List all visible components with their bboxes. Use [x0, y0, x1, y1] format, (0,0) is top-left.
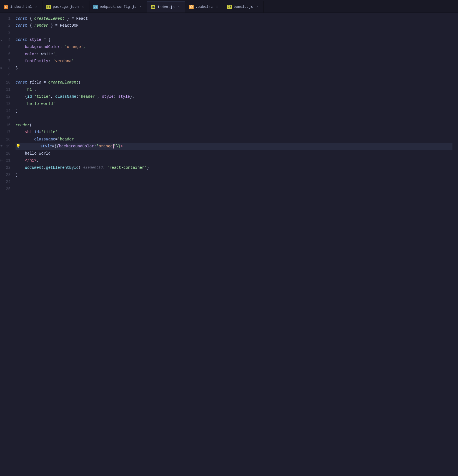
- line-num-8: ▷ 8: [0, 65, 13, 72]
- code-line-1: const { createElement } = React: [16, 15, 452, 22]
- tab-package-json[interactable]: {} package.json ×: [42, 1, 89, 12]
- line-num-5: 5: [0, 43, 13, 51]
- str-react-container: 'react-container': [107, 165, 147, 171]
- code-content[interactable]: const { createElement } = React const { …: [16, 15, 458, 476]
- code-line-18: className='header': [16, 136, 452, 143]
- tab-label-bundle-js: bundle.js: [234, 5, 253, 9]
- tab-webpack-config[interactable]: JS webpack.config.js ×: [89, 1, 147, 12]
- tab-label-index-js: index.js: [157, 5, 174, 9]
- line-num-6: 6: [0, 51, 13, 58]
- tab-bundle-js[interactable]: JS bundle.js ×: [223, 1, 264, 12]
- attr-val-title: 'title': [41, 129, 57, 135]
- line-num-16: 16: [0, 122, 13, 129]
- obj-style: style: [102, 94, 114, 100]
- line-num-10: 10: [0, 79, 13, 86]
- line-num-2: 2: [0, 22, 13, 29]
- code-line-17: <h1 id='title': [16, 129, 452, 136]
- code-line-10: const title = createElement(: [16, 79, 452, 86]
- tab-close-package-json[interactable]: ×: [81, 5, 85, 9]
- line-num-12: 12: [0, 93, 13, 100]
- code-line-9: [16, 72, 452, 79]
- code-line-2: const { render } = ReactDOM: [16, 22, 452, 29]
- attr-style: style: [40, 143, 52, 149]
- str-val-orange: orange: [67, 44, 81, 50]
- param-hint-elementid: elementId:: [83, 165, 107, 171]
- fold-open-19[interactable]: ▽: [1, 144, 2, 149]
- attr-classname: className: [34, 136, 55, 142]
- tab-close-babelrc[interactable]: ×: [215, 5, 219, 9]
- code-area: 1 2 3 ▽ 4 5 6 7 ▷ 8 9 10 11 12 13 14 15 …: [0, 13, 458, 476]
- code-line-6: color:'white',: [16, 51, 452, 58]
- code-line-3: [16, 29, 452, 36]
- str-orange-val: ': [64, 44, 67, 50]
- line-num-9: 9: [0, 72, 13, 79]
- var-style: style: [29, 37, 41, 43]
- kw-const-4: const: [16, 37, 27, 43]
- reactdom-ref: ReactDOM: [60, 22, 79, 29]
- obj-classname: className: [55, 94, 76, 100]
- hint-icon-19[interactable]: 💡: [16, 144, 21, 149]
- babel-icon: ⬡: [189, 5, 194, 9]
- prop-bgcolor: backgroundColor: [25, 44, 60, 50]
- line-num-17: 17: [0, 129, 13, 136]
- fold-close-8[interactable]: ▷: [1, 66, 2, 71]
- line-num-25: 25: [0, 185, 13, 193]
- code-line-16: render(: [16, 122, 452, 129]
- code-line-4: const style = {: [16, 36, 452, 44]
- line-num-15: 15: [0, 114, 13, 122]
- str-verdana: verdana: [55, 58, 72, 64]
- tab-babelrc[interactable]: ⬡ .babelrc ×: [185, 1, 223, 12]
- code-line-12: {id:'title', className:'header', style: …: [16, 93, 452, 100]
- code-line-5: backgroundColor: 'orange',: [16, 43, 452, 51]
- str-hello-world-1: 'hello world': [25, 101, 55, 107]
- kw-const-10: const: [16, 79, 27, 85]
- tab-label-webpack-config: webpack.config.js: [100, 5, 137, 9]
- code-line-25: [16, 185, 452, 193]
- str-orange-jsx: orange: [99, 143, 112, 149]
- tab-close-index-js[interactable]: ×: [177, 5, 181, 9]
- bundle-icon: JS: [227, 5, 232, 9]
- line-num-24: 24: [0, 178, 13, 186]
- tag-h1-close: </h1>: [25, 157, 37, 163]
- line-num-13: 13: [0, 100, 13, 107]
- webpack-icon: JS: [93, 5, 98, 9]
- code-line-8: }: [16, 65, 452, 72]
- tab-label-index-html: index.html: [10, 5, 32, 9]
- line-num-3: 3: [0, 29, 13, 36]
- line-num-18: 18: [0, 136, 13, 143]
- fn-getelementbyid: document: [25, 165, 44, 171]
- tab-close-bundle-js[interactable]: ×: [255, 5, 259, 9]
- style-ref: style: [118, 94, 130, 100]
- line-num-22: 22: [0, 164, 13, 171]
- fn-render-call: render: [16, 122, 29, 128]
- tab-close-index-html[interactable]: ×: [34, 5, 38, 9]
- prop-bgcolor-jsx: backgroundColor: [59, 143, 94, 149]
- prop-color: color: [25, 51, 37, 57]
- attr-id: id: [34, 129, 39, 135]
- line-num-19: ▽ 19: [0, 143, 13, 150]
- tab-index-js[interactable]: JS index.js ×: [147, 1, 185, 12]
- line-num-4: ▽ 4: [0, 36, 13, 44]
- code-line-7: fontFamily: 'verdana': [16, 58, 452, 65]
- code-line-14: ): [16, 107, 452, 115]
- code-line-13: 'hello world': [16, 100, 452, 107]
- fold-open-4[interactable]: ▽: [1, 37, 2, 42]
- line-num-11: 11: [0, 86, 13, 93]
- fold-close-21[interactable]: ▷: [1, 158, 2, 163]
- prop-fontfamily: fontFamily: [25, 58, 48, 64]
- line-num-14: 14: [0, 107, 13, 115]
- tag-close-bracket: >: [121, 143, 123, 149]
- code-line-11: 'h1',: [16, 86, 452, 93]
- line-num-7: 7: [0, 58, 13, 65]
- code-line-23: ): [16, 171, 452, 178]
- fn-render: render: [34, 22, 48, 29]
- tab-label-babelrc: .babelrc: [196, 5, 213, 9]
- fn-createelement-call: createElement: [48, 79, 79, 85]
- tab-close-webpack-config[interactable]: ×: [138, 5, 143, 9]
- html-icon: ⬡: [4, 5, 8, 9]
- kw-const-2: const: [16, 22, 27, 29]
- code-line-15: [16, 114, 452, 122]
- line-num-23: 23: [0, 171, 13, 178]
- tab-index-html[interactable]: ⬡ index.html ×: [0, 1, 42, 12]
- attr-val-header: 'header': [57, 136, 76, 142]
